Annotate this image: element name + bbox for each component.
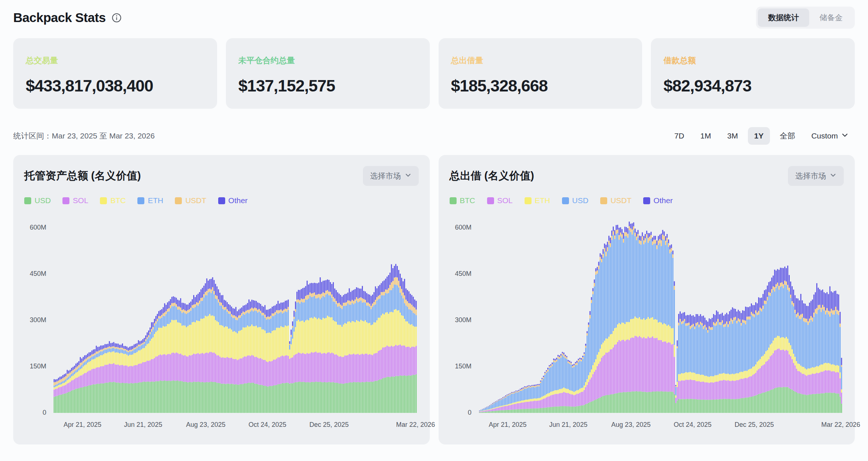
tab-data-stats[interactable]: 数据统计 [758, 8, 809, 27]
x-axis-tick: Apr 21, 2025 [64, 421, 101, 429]
range-button-3M[interactable]: 3M [721, 127, 744, 145]
legend-item-USD[interactable]: USD [562, 196, 588, 205]
legend-swatch-icon [487, 197, 494, 204]
legend-swatch-icon [562, 197, 569, 204]
y-axis-tick: 450M [24, 270, 46, 278]
legend-swatch-icon [137, 197, 144, 204]
y-axis-tick: 300M [24, 316, 46, 324]
title-wrap: Backpack Stats [13, 10, 122, 25]
range-button-7D[interactable]: 7D [668, 127, 691, 145]
legend-item-USDT[interactable]: USDT [175, 196, 206, 205]
stat-card-2: 总出借量$185,328,668 [439, 38, 642, 109]
legend-item-SOL[interactable]: SOL [487, 196, 513, 205]
range-button-1Y[interactable]: 1Y [748, 127, 770, 145]
chart-header: 托管资产总额 (名义价值)选择市场 [24, 166, 419, 186]
chevron-down-icon [405, 172, 411, 180]
legend-swatch-icon [525, 197, 532, 204]
legend-label: BTC [460, 196, 475, 205]
page-title: Backpack Stats [13, 10, 106, 25]
chart-title: 托管资产总额 (名义价值) [24, 169, 141, 183]
legend-item-Other[interactable]: Other [218, 196, 248, 205]
legend-item-ETH[interactable]: ETH [525, 196, 550, 205]
header: Backpack Stats 数据统计 储备金 [13, 0, 855, 28]
stat-label: 借款总额 [663, 55, 842, 66]
period-row: 统计区间：Mar 23, 2025 至 Mar 23, 2026 7D1M3M1… [13, 126, 855, 145]
legend-label: BTC [110, 196, 126, 205]
stat-value: $137,152,575 [238, 76, 417, 96]
select-market-button[interactable]: 选择市场 [363, 166, 419, 186]
y-axis-tick: 150M [450, 363, 472, 370]
chart-legend: USDSOLBTCETHUSDTOther [24, 196, 419, 205]
stat-card-1: 未平仓合约总量$137,152,575 [226, 38, 430, 109]
legend-swatch-icon [600, 197, 607, 204]
range-button-custom[interactable]: Custom [805, 127, 855, 145]
y-axis-tick: 600M [450, 224, 472, 231]
legend-item-BTC[interactable]: BTC [100, 196, 126, 205]
x-axis-tick: Mar 22, 2026 [821, 421, 860, 429]
x-axis-tick: Aug 23, 2025 [186, 421, 226, 429]
legend-swatch-icon [175, 197, 182, 204]
plot-wrap: 600M450M300M150M0Apr 21, 2025Jun 21, 202… [24, 212, 419, 438]
legend-label: USDT [611, 196, 631, 205]
legend-label: ETH [535, 196, 550, 205]
legend-swatch-icon [643, 197, 650, 204]
period-text: 统计区间：Mar 23, 2025 至 Mar 23, 2026 [13, 131, 155, 141]
tab-reserves[interactable]: 储备金 [809, 8, 853, 27]
stat-label: 总交易量 [26, 55, 205, 66]
y-axis-tick: 600M [24, 224, 46, 231]
legend-label: USD [572, 196, 588, 205]
info-icon[interactable] [112, 13, 122, 23]
legend-label: SOL [73, 196, 88, 205]
stat-value: $185,328,668 [451, 76, 630, 96]
x-axis-tick: Dec 25, 2025 [735, 421, 774, 429]
chevron-down-icon [841, 132, 849, 141]
chart-card-1: 总出借 (名义价值)选择市场BTCSOLETHUSDUSDTOther600M4… [439, 155, 855, 444]
y-axis-tick: 150M [24, 363, 46, 370]
x-axis-tick: Jun 21, 2025 [124, 421, 162, 429]
plot-area[interactable] [54, 212, 417, 413]
range-button-全部[interactable]: 全部 [774, 126, 802, 145]
period-value: Mar 23, 2025 至 Mar 23, 2026 [52, 132, 155, 140]
plot-area[interactable] [479, 212, 843, 413]
x-axis-tick: Mar 22, 2026 [396, 421, 435, 429]
stat-label: 未平仓合约总量 [238, 55, 417, 66]
legend-swatch-icon [450, 197, 457, 204]
legend-swatch-icon [24, 197, 31, 204]
y-axis-tick: 0 [24, 409, 46, 417]
view-switcher: 数据统计 储备金 [756, 7, 855, 29]
chart-header: 总出借 (名义价值)选择市场 [450, 166, 844, 186]
legend-swatch-icon [62, 197, 69, 204]
chart-card-0: 托管资产总额 (名义价值)选择市场USDSOLBTCETHUSDTOther60… [13, 155, 430, 444]
legend-item-USDT[interactable]: USDT [600, 196, 631, 205]
legend-item-SOL[interactable]: SOL [62, 196, 88, 205]
chart-title: 总出借 (名义价值) [450, 169, 534, 183]
x-axis-tick: Aug 23, 2025 [611, 421, 651, 429]
legend-label: Other [653, 196, 673, 205]
range-selector: 7D1M3M1Y全部Custom [668, 126, 855, 145]
legend-item-USD[interactable]: USD [24, 196, 51, 205]
y-axis-tick: 0 [450, 409, 472, 417]
stat-card-3: 借款总额$82,934,873 [651, 38, 855, 109]
y-axis-tick: 300M [450, 316, 472, 324]
legend-item-ETH[interactable]: ETH [137, 196, 163, 205]
charts-row: 托管资产总额 (名义价值)选择市场USDSOLBTCETHUSDTOther60… [13, 155, 855, 444]
legend-swatch-icon [100, 197, 107, 204]
stat-card-0: 总交易量$433,817,038,400 [13, 38, 217, 109]
plot-wrap: 600M450M300M150M0Apr 21, 2025Jun 21, 202… [450, 212, 844, 438]
legend-item-Other[interactable]: Other [643, 196, 673, 205]
legend-swatch-icon [218, 197, 225, 204]
x-axis-tick: Jun 21, 2025 [549, 421, 587, 429]
custom-label: Custom [811, 132, 838, 140]
select-market-label: 选择市场 [795, 171, 826, 181]
range-button-1M[interactable]: 1M [694, 127, 717, 145]
page: Backpack Stats 数据统计 储备金 总交易量$433,817,038… [0, 0, 868, 444]
x-axis-tick: Oct 24, 2025 [674, 421, 712, 429]
stat-value: $433,817,038,400 [26, 76, 205, 96]
legend-item-BTC[interactable]: BTC [450, 196, 475, 205]
chart-legend: BTCSOLETHUSDUSDTOther [450, 196, 844, 205]
y-axis-tick: 450M [450, 270, 472, 278]
select-market-button[interactable]: 选择市场 [788, 166, 844, 186]
chevron-down-icon [830, 172, 836, 180]
x-axis-tick: Apr 21, 2025 [489, 421, 526, 429]
select-market-label: 选择市场 [370, 171, 401, 181]
